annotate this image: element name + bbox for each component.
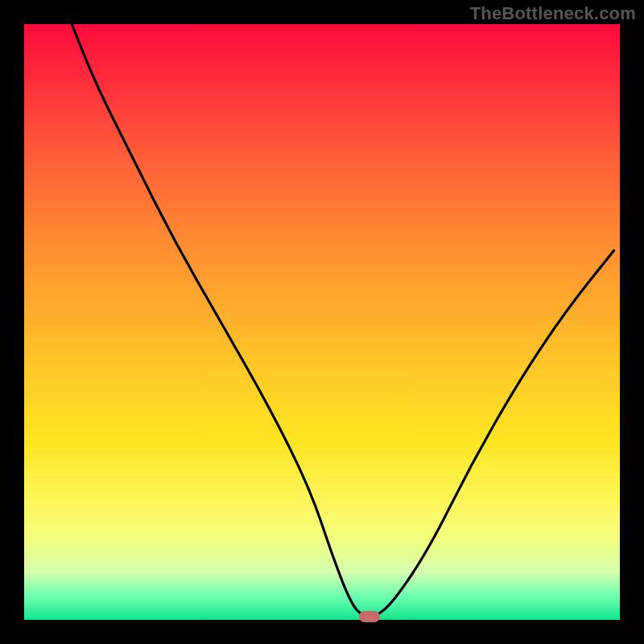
bottleneck-curve xyxy=(24,24,620,620)
plot-area xyxy=(24,24,620,620)
optimal-marker xyxy=(359,611,380,622)
curve-path xyxy=(72,24,613,617)
watermark-text: TheBottleneck.com xyxy=(470,3,636,24)
chart-frame: TheBottleneck.com xyxy=(0,0,644,644)
